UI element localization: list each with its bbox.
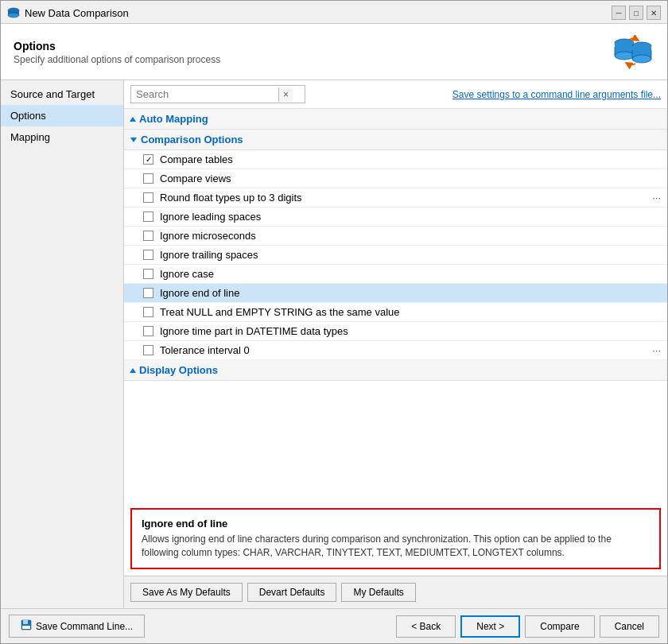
label-ignore-case: Ignore case: [160, 268, 214, 280]
svg-point-5: [615, 52, 634, 60]
window-title: New Data Comparison: [25, 7, 129, 19]
search-input[interactable]: [131, 86, 278, 103]
arrow-icon: [130, 117, 136, 122]
option-ignore-eol[interactable]: Ignore end of line: [124, 284, 667, 303]
label-treat-null: Treat NULL and EMPTY STRING as the same …: [160, 306, 400, 318]
sidebar-item-source-target[interactable]: Source and Target: [1, 83, 123, 105]
checkbox-ignore-trailing[interactable]: [143, 250, 153, 260]
option-ignore-leading[interactable]: Ignore leading spaces: [124, 208, 667, 227]
options-list: Auto Mapping Comparison Options Compare …: [124, 109, 667, 502]
section-comparison-options[interactable]: Comparison Options: [124, 130, 667, 150]
maximize-button[interactable]: □: [629, 6, 643, 20]
save-cmd-icon: [21, 619, 32, 633]
save-command-line-label: Save Command Line...: [36, 621, 133, 632]
search-box: ×: [130, 85, 305, 103]
sidebar-item-mapping[interactable]: Mapping: [1, 126, 123, 148]
header-info: Options Specify additional options of co…: [14, 40, 220, 65]
info-panel: Ignore end of line Allows ignoring end o…: [130, 508, 661, 569]
my-defaults-button[interactable]: My Defaults: [341, 583, 415, 602]
page-header: Options Specify additional options of co…: [1, 24, 667, 80]
checkbox-ignore-eol[interactable]: [143, 288, 153, 298]
main-content: Source and Target Options Mapping × Save…: [1, 80, 667, 608]
checkbox-ignore-leading[interactable]: [143, 211, 153, 222]
section-title-comparison-options: Comparison Options: [141, 134, 243, 145]
option-ignore-time[interactable]: Ignore time part in DATETIME data types: [124, 322, 667, 341]
checkbox-treat-null[interactable]: [143, 307, 153, 317]
close-button[interactable]: ✕: [647, 6, 661, 20]
bottom-right: < Back Next > Compare Cancel: [396, 615, 659, 638]
bottom-bar: Save Command Line... < Back Next > Compa…: [1, 608, 667, 643]
header-icon: [610, 33, 654, 72]
option-ignore-case[interactable]: Ignore case: [124, 265, 667, 284]
checkbox-ignore-time[interactable]: [143, 326, 153, 336]
checkbox-ignore-microseconds[interactable]: [143, 231, 153, 241]
label-ignore-microseconds: Ignore microseconds: [160, 230, 256, 242]
compare-button[interactable]: Compare: [525, 615, 594, 638]
app-icon: [7, 6, 20, 19]
label-ignore-leading: Ignore leading spaces: [160, 211, 261, 223]
label-round-float: Round float types up to 3 digits: [160, 192, 302, 204]
more-button-tolerance[interactable]: ···: [652, 344, 661, 356]
checkbox-ignore-case[interactable]: [143, 269, 153, 279]
label-ignore-eol: Ignore end of line: [160, 287, 239, 299]
arrow-icon: [130, 368, 136, 373]
title-bar: New Data Comparison ─ □ ✕: [1, 1, 667, 24]
checkbox-tolerance[interactable]: [143, 345, 153, 355]
option-compare-tables[interactable]: Compare tables: [124, 150, 667, 169]
save-command-line-button[interactable]: Save Command Line...: [9, 615, 145, 638]
checkbox-compare-tables[interactable]: [143, 154, 153, 165]
option-tolerance[interactable]: Tolerance interval 0 ···: [124, 341, 667, 360]
main-window: New Data Comparison ─ □ ✕ Options Specif…: [0, 0, 668, 644]
checkbox-round-float[interactable]: [143, 192, 153, 203]
more-button-round-float[interactable]: ···: [652, 192, 661, 204]
page-subtitle: Specify additional options of comparison…: [14, 54, 220, 65]
minimize-button[interactable]: ─: [612, 6, 626, 20]
option-round-float[interactable]: Round float types up to 3 digits ···: [124, 188, 667, 208]
section-display-options[interactable]: Display Options: [124, 360, 667, 381]
title-bar-left: New Data Comparison: [7, 6, 129, 19]
sidebar-item-options[interactable]: Options: [1, 105, 123, 126]
option-compare-views[interactable]: Compare views: [124, 169, 667, 188]
save-as-my-defaults-button[interactable]: Save As My Defaults: [130, 583, 243, 602]
checkbox-compare-views[interactable]: [143, 173, 153, 184]
svg-rect-14: [23, 620, 28, 624]
title-bar-controls: ─ □ ✕: [612, 6, 661, 20]
info-panel-text: Allows ignoring end of line characters d…: [142, 533, 650, 560]
section-title-display-options: Display Options: [139, 364, 218, 376]
sidebar: Source and Target Options Mapping: [1, 80, 124, 608]
svg-rect-15: [22, 626, 30, 629]
info-panel-title: Ignore end of line: [142, 518, 650, 530]
label-ignore-trailing: Ignore trailing spaces: [160, 249, 258, 261]
save-settings-link[interactable]: Save settings to a command line argument…: [452, 89, 661, 100]
cancel-button[interactable]: Cancel: [600, 615, 659, 638]
search-clear-button[interactable]: ×: [278, 87, 293, 102]
section-auto-mapping[interactable]: Auto Mapping: [124, 109, 667, 130]
page-title: Options: [14, 40, 220, 52]
section-title-auto-mapping: Auto Mapping: [139, 113, 208, 125]
devart-defaults-button[interactable]: Devart Defaults: [247, 583, 337, 602]
label-compare-views: Compare views: [160, 173, 231, 184]
label-ignore-time: Ignore time part in DATETIME data types: [160, 325, 348, 337]
back-button[interactable]: < Back: [396, 615, 456, 638]
svg-point-2: [8, 13, 19, 17]
defaults-bar: Save As My Defaults Devart Defaults My D…: [124, 576, 667, 608]
content-area: × Save settings to a command line argume…: [124, 80, 667, 608]
arrow-icon: [130, 138, 137, 142]
bottom-left: Save Command Line...: [9, 615, 145, 638]
label-tolerance: Tolerance interval 0: [160, 344, 250, 356]
content-toolbar: × Save settings to a command line argume…: [124, 80, 667, 109]
label-compare-tables: Compare tables: [160, 153, 233, 165]
next-button[interactable]: Next >: [460, 615, 520, 638]
option-ignore-trailing[interactable]: Ignore trailing spaces: [124, 246, 667, 265]
option-treat-null[interactable]: Treat NULL and EMPTY STRING as the same …: [124, 303, 667, 322]
svg-point-10: [632, 55, 651, 63]
option-ignore-microseconds[interactable]: Ignore microseconds: [124, 227, 667, 246]
